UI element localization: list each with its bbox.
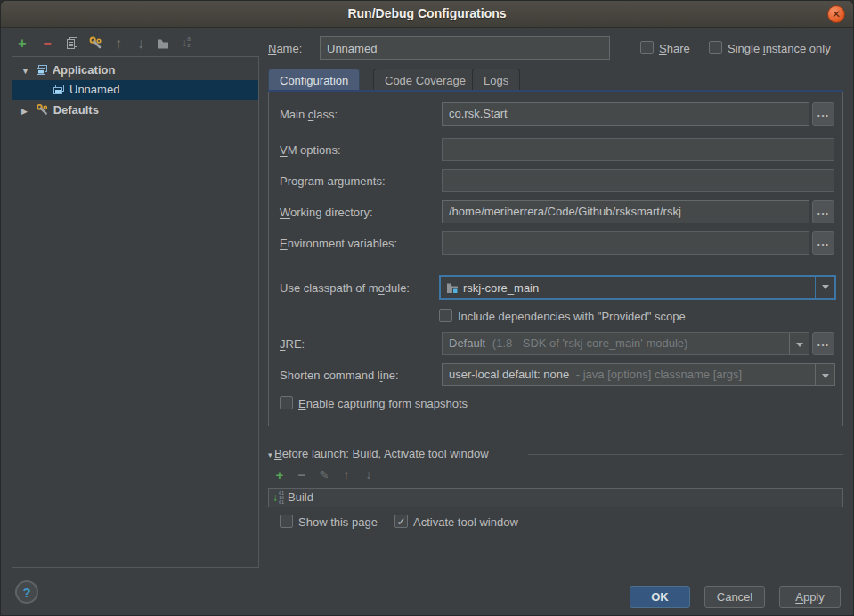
jre-browse-button[interactable]: ... <box>812 332 834 355</box>
tree-group-label: Defaults <box>53 103 99 117</box>
apply-button[interactable]: Apply <box>779 586 841 608</box>
tree-group-application[interactable]: ▼ Application <box>12 61 258 80</box>
tab-configuration[interactable]: Configuration <box>268 69 360 91</box>
working-directory-label: Working directory: <box>280 206 373 219</box>
environment-variables-field[interactable] <box>442 231 809 255</box>
working-directory-combo[interactable]: /home/meriherrera/Code/Github/rsksmart/r… <box>442 200 809 223</box>
tree-item-label: Unnamed <box>69 83 119 96</box>
add-configuration-icon[interactable]: + <box>13 36 31 52</box>
vm-options-label: VM options: <box>280 143 341 157</box>
help-button[interactable]: ? <box>15 580 38 604</box>
ok-button[interactable]: OK <box>630 586 690 608</box>
move-up-icon[interactable]: ↑ <box>110 36 127 52</box>
before-launch-header[interactable]: ▾ Before launch: Build, Activate tool wi… <box>268 447 489 460</box>
new-folder-icon[interactable] <box>154 36 172 52</box>
main-class-label: Main class: <box>280 108 338 121</box>
before-launch-move-up-icon[interactable]: ↑ <box>338 467 355 483</box>
application-type-icon <box>36 64 48 76</box>
before-launch-add-icon[interactable]: + <box>271 467 289 483</box>
build-task-label: Build <box>288 490 313 504</box>
close-icon[interactable]: ✕ <box>827 5 845 23</box>
tab-logs[interactable]: Logs <box>472 69 520 91</box>
run-debug-configurations-dialog: Run/Debug Configurations ✕ + − ↑ ↓ ↓az ▼ <box>0 0 854 616</box>
program-arguments-label: Program arguments: <box>280 174 386 188</box>
section-divider <box>528 454 843 455</box>
cancel-button[interactable]: Cancel <box>704 586 765 608</box>
name-input[interactable] <box>320 36 610 60</box>
share-label: Share <box>659 42 690 55</box>
show-this-page-checkbox[interactable] <box>280 515 293 528</box>
build-task-icon: ↓011001 <box>272 490 284 505</box>
environment-variables-label: Environment variables: <box>280 237 397 250</box>
main-class-browse-button[interactable]: ... <box>812 102 834 126</box>
shorten-command-line-label: Shorten command line: <box>280 369 399 382</box>
module-combobox[interactable]: rskj-core_main <box>439 275 836 300</box>
activate-tool-window-checkbox[interactable]: ✓ <box>394 515 408 528</box>
tree-item-unnamed[interactable]: Unnamed <box>12 80 258 100</box>
collapse-arrow-icon[interactable]: ▼ <box>21 61 32 81</box>
name-label: Name: <box>268 42 302 55</box>
before-launch-edit-icon[interactable]: ✎ <box>315 467 333 483</box>
copy-configuration-icon[interactable] <box>63 36 81 52</box>
tab-code-coverage[interactable]: Code Coverage <box>373 69 477 91</box>
form-snapshots-checkbox[interactable] <box>280 396 293 409</box>
show-this-page-label: Show this page <box>298 515 378 529</box>
single-instance-checkbox[interactable] <box>709 41 722 54</box>
before-launch-move-down-icon[interactable]: ↓ <box>360 467 378 483</box>
application-type-icon <box>53 84 65 95</box>
activate-tool-window-label: Activate tool window <box>413 515 518 529</box>
dropdown-arrow-icon[interactable] <box>815 364 834 385</box>
configurations-tree: ▼ Application Unnamed ▶ <box>12 56 259 568</box>
module-icon <box>446 282 459 294</box>
jre-label: JRE: <box>280 337 305 351</box>
tree-group-label: Application <box>53 63 116 77</box>
program-arguments-field[interactable] <box>442 169 834 192</box>
main-class-field[interactable]: co.rsk.Start <box>442 102 809 126</box>
module-combobox-value: rskj-core_main <box>463 281 539 295</box>
shorten-command-line-combobox[interactable]: user-local default: none - java [options… <box>442 363 835 386</box>
move-down-icon[interactable]: ↓ <box>132 36 150 52</box>
working-directory-browse-button[interactable]: ... <box>812 200 834 223</box>
form-snapshots-label: Enable capturing form snapshots <box>298 397 468 410</box>
include-provided-checkbox[interactable] <box>439 309 452 322</box>
single-instance-label: Single instance only <box>728 42 831 55</box>
shorten-value-detail: - java [options] classname [args] <box>576 368 742 381</box>
dropdown-arrow-icon[interactable] <box>789 333 809 354</box>
environment-variables-browse-button[interactable]: ... <box>812 231 834 255</box>
dialog-title: Run/Debug Configurations <box>1 6 853 20</box>
sort-alphabetically-icon[interactable]: ↓az <box>177 36 195 52</box>
jre-value-detail: (1.8 - SDK of 'rskj-core_main' module) <box>492 336 688 350</box>
dropdown-arrow-icon[interactable] <box>815 277 834 298</box>
title-bar: Run/Debug Configurations ✕ <box>1 1 853 28</box>
edit-templates-wrench-icon[interactable] <box>86 36 104 52</box>
tree-group-defaults[interactable]: ▶ Defaults <box>12 101 258 120</box>
shorten-value: user-local default: none <box>449 368 569 381</box>
before-launch-remove-icon[interactable]: − <box>293 467 311 483</box>
vm-options-field[interactable] <box>442 138 834 161</box>
use-classpath-label: Use classpath of module: <box>280 281 410 295</box>
remove-configuration-icon[interactable]: − <box>38 36 56 52</box>
jre-value: Default <box>449 336 485 350</box>
defaults-wrench-icon <box>36 103 49 116</box>
share-checkbox[interactable] <box>640 41 654 54</box>
include-provided-label: Include dependencies with "Provided" sco… <box>458 310 686 323</box>
jre-combobox[interactable]: Default (1.8 - SDK of 'rskj-core_main' m… <box>442 332 809 355</box>
expand-arrow-icon[interactable]: ▶ <box>21 101 32 121</box>
before-launch-task-build[interactable]: ↓011001 Build <box>268 488 843 507</box>
